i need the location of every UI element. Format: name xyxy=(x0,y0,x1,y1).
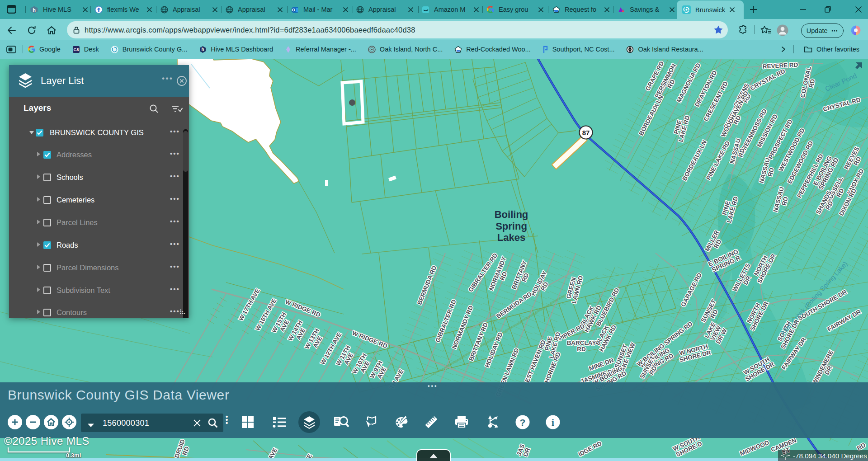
svg-text:G8: G8 xyxy=(73,47,79,52)
svg-text:87: 87 xyxy=(582,129,590,136)
svg-text:i: i xyxy=(552,417,554,428)
svg-text:h: h xyxy=(202,47,204,52)
svg-text:h: h xyxy=(33,7,36,12)
svg-text:BoilingSpringLakes: BoilingSpringLakes xyxy=(495,209,528,243)
svg-text:?: ? xyxy=(520,417,526,428)
